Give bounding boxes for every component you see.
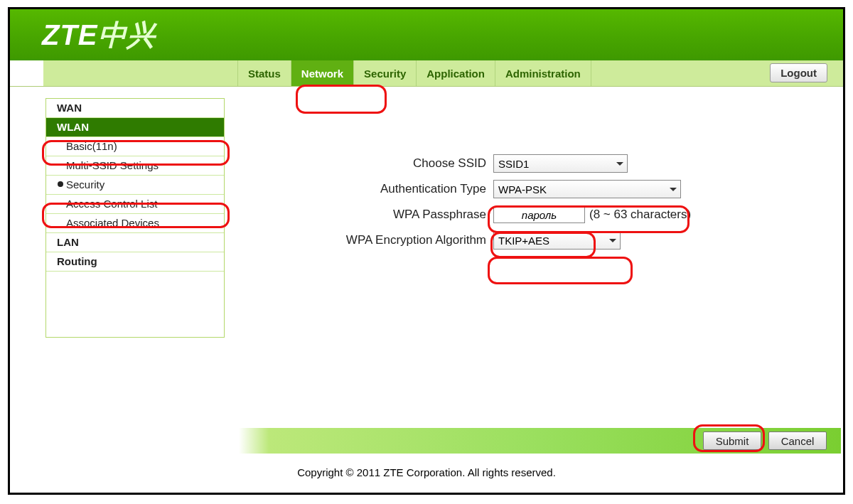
tab-administration[interactable]: Administration: [495, 60, 591, 86]
select-auth-type[interactable]: WPA-PSK: [493, 180, 681, 198]
router-admin-window: ZTE中兴 Status Network Security Applicatio…: [8, 7, 845, 495]
sidebar-item-security[interactable]: Security: [46, 176, 224, 195]
content-panel: Choose SSID SSID1 Authentication Type WP…: [245, 87, 843, 421]
label-choose-ssid: Choose SSID: [245, 156, 493, 171]
body-area: WAN WLAN Basic(11n) Multi-SSID Settings …: [10, 87, 843, 421]
sidebar-item-routing[interactable]: Routing: [46, 252, 224, 272]
bullet-icon: [58, 181, 63, 187]
select-choose-ssid[interactable]: SSID1: [493, 154, 628, 173]
sidebar-item-security-label: Security: [66, 178, 104, 191]
row-choose-ssid: Choose SSID SSID1: [245, 151, 843, 176]
sidebar-item-basic[interactable]: Basic(11n): [46, 137, 224, 156]
sidebar-item-wan[interactable]: WAN: [46, 99, 224, 118]
sidebar-item-lan[interactable]: LAN: [46, 233, 224, 252]
footer-action-bar: Submit Cancel: [239, 428, 841, 454]
tab-status[interactable]: Status: [237, 60, 291, 86]
sidebar-item-acl[interactable]: Access Control List: [46, 195, 224, 214]
cancel-button[interactable]: Cancel: [768, 431, 827, 450]
tab-application[interactable]: Application: [417, 60, 495, 86]
sidebar-gutter: [10, 87, 43, 421]
row-enc-algo: WPA Encryption Algorithm TKIP+AES: [245, 227, 843, 253]
tab-security[interactable]: Security: [354, 60, 417, 86]
sidebar-item-multi-ssid[interactable]: Multi-SSID Settings: [46, 156, 224, 176]
logout-button[interactable]: Logout: [770, 63, 827, 82]
brand-logo-cn: 中兴: [98, 16, 155, 55]
sidebar-item-wlan[interactable]: WLAN: [46, 118, 224, 137]
sidebar-item-associated-devices[interactable]: Associated Devices: [46, 214, 224, 233]
select-choose-ssid-value: SSID1: [498, 158, 529, 170]
row-passphrase: WPA Passphrase (8 ~ 63 characters): [245, 202, 843, 227]
select-auth-type-value: WPA-PSK: [498, 183, 547, 195]
copyright-text: Copyright © 2011 ZTE Corporation. All ri…: [10, 466, 843, 478]
input-passphrase[interactable]: [493, 206, 585, 223]
submit-button[interactable]: Submit: [703, 431, 761, 450]
row-auth-type: Authentication Type WPA-PSK: [245, 176, 843, 202]
header-bar: ZTE中兴: [10, 9, 843, 60]
tab-network[interactable]: Network: [291, 60, 354, 86]
hint-passphrase: (8 ~ 63 characters): [589, 208, 691, 222]
select-enc-algo[interactable]: TKIP+AES: [493, 231, 621, 250]
sidebar: WAN WLAN Basic(11n) Multi-SSID Settings …: [45, 98, 225, 338]
label-enc-algo: WPA Encryption Algorithm: [245, 233, 493, 247]
select-enc-algo-value: TKIP+AES: [498, 235, 549, 247]
label-auth-type: Authentication Type: [245, 182, 493, 196]
brand-logo-en: ZTE: [42, 19, 98, 51]
label-passphrase: WPA Passphrase: [245, 208, 493, 222]
top-tabs: Status Network Security Application Admi…: [10, 60, 843, 87]
